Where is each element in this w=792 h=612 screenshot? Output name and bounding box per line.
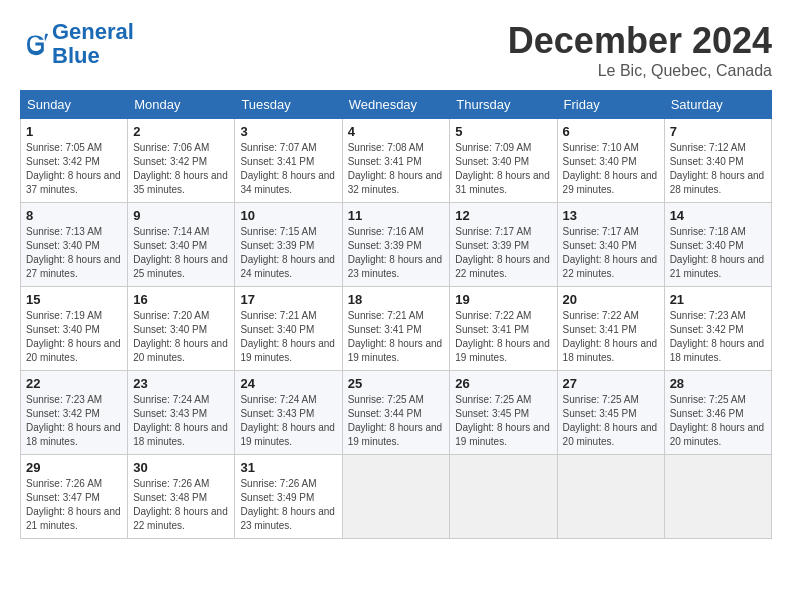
calendar-week-row: 15Sunrise: 7:19 AM Sunset: 3:40 PM Dayli… [21,287,772,371]
day-info: Sunrise: 7:07 AM Sunset: 3:41 PM Dayligh… [240,141,336,197]
day-number: 9 [133,208,229,223]
calendar-cell: 27Sunrise: 7:25 AM Sunset: 3:45 PM Dayli… [557,371,664,455]
calendar-cell: 6Sunrise: 7:10 AM Sunset: 3:40 PM Daylig… [557,119,664,203]
day-info: Sunrise: 7:17 AM Sunset: 3:39 PM Dayligh… [455,225,551,281]
logo-text: General Blue [52,20,134,68]
day-number: 8 [26,208,122,223]
day-info: Sunrise: 7:25 AM Sunset: 3:44 PM Dayligh… [348,393,445,449]
day-info: Sunrise: 7:09 AM Sunset: 3:40 PM Dayligh… [455,141,551,197]
day-info: Sunrise: 7:23 AM Sunset: 3:42 PM Dayligh… [26,393,122,449]
day-info: Sunrise: 7:15 AM Sunset: 3:39 PM Dayligh… [240,225,336,281]
day-info: Sunrise: 7:17 AM Sunset: 3:40 PM Dayligh… [563,225,659,281]
calendar-cell [557,455,664,539]
day-info: Sunrise: 7:08 AM Sunset: 3:41 PM Dayligh… [348,141,445,197]
day-number: 2 [133,124,229,139]
calendar-cell: 9Sunrise: 7:14 AM Sunset: 3:40 PM Daylig… [128,203,235,287]
day-info: Sunrise: 7:26 AM Sunset: 3:47 PM Dayligh… [26,477,122,533]
calendar-cell: 12Sunrise: 7:17 AM Sunset: 3:39 PM Dayli… [450,203,557,287]
calendar-cell [664,455,771,539]
day-number: 17 [240,292,336,307]
day-info: Sunrise: 7:05 AM Sunset: 3:42 PM Dayligh… [26,141,122,197]
calendar-cell: 4Sunrise: 7:08 AM Sunset: 3:41 PM Daylig… [342,119,450,203]
page-header: General Blue December 2024 Le Bic, Quebe… [20,20,772,80]
day-number: 24 [240,376,336,391]
calendar-cell: 2Sunrise: 7:06 AM Sunset: 3:42 PM Daylig… [128,119,235,203]
day-number: 14 [670,208,766,223]
calendar-cell: 29Sunrise: 7:26 AM Sunset: 3:47 PM Dayli… [21,455,128,539]
day-info: Sunrise: 7:14 AM Sunset: 3:40 PM Dayligh… [133,225,229,281]
column-header-tuesday: Tuesday [235,91,342,119]
calendar-subtitle: Le Bic, Quebec, Canada [508,62,772,80]
day-number: 27 [563,376,659,391]
day-number: 23 [133,376,229,391]
day-number: 20 [563,292,659,307]
calendar-cell: 21Sunrise: 7:23 AM Sunset: 3:42 PM Dayli… [664,287,771,371]
calendar-cell: 15Sunrise: 7:19 AM Sunset: 3:40 PM Dayli… [21,287,128,371]
title-area: December 2024 Le Bic, Quebec, Canada [508,20,772,80]
day-info: Sunrise: 7:20 AM Sunset: 3:40 PM Dayligh… [133,309,229,365]
calendar-title: December 2024 [508,20,772,62]
day-info: Sunrise: 7:12 AM Sunset: 3:40 PM Dayligh… [670,141,766,197]
calendar-cell: 30Sunrise: 7:26 AM Sunset: 3:48 PM Dayli… [128,455,235,539]
day-number: 1 [26,124,122,139]
calendar-cell: 20Sunrise: 7:22 AM Sunset: 3:41 PM Dayli… [557,287,664,371]
day-number: 7 [670,124,766,139]
day-number: 3 [240,124,336,139]
calendar-cell [450,455,557,539]
calendar-cell: 7Sunrise: 7:12 AM Sunset: 3:40 PM Daylig… [664,119,771,203]
calendar-header-row: SundayMondayTuesdayWednesdayThursdayFrid… [21,91,772,119]
day-info: Sunrise: 7:22 AM Sunset: 3:41 PM Dayligh… [455,309,551,365]
calendar-cell: 22Sunrise: 7:23 AM Sunset: 3:42 PM Dayli… [21,371,128,455]
calendar-cell: 24Sunrise: 7:24 AM Sunset: 3:43 PM Dayli… [235,371,342,455]
day-info: Sunrise: 7:19 AM Sunset: 3:40 PM Dayligh… [26,309,122,365]
calendar-week-row: 22Sunrise: 7:23 AM Sunset: 3:42 PM Dayli… [21,371,772,455]
calendar-cell: 26Sunrise: 7:25 AM Sunset: 3:45 PM Dayli… [450,371,557,455]
day-number: 6 [563,124,659,139]
day-number: 13 [563,208,659,223]
day-number: 22 [26,376,122,391]
day-number: 15 [26,292,122,307]
day-info: Sunrise: 7:24 AM Sunset: 3:43 PM Dayligh… [133,393,229,449]
day-info: Sunrise: 7:23 AM Sunset: 3:42 PM Dayligh… [670,309,766,365]
day-info: Sunrise: 7:06 AM Sunset: 3:42 PM Dayligh… [133,141,229,197]
day-number: 18 [348,292,445,307]
logo-icon [20,30,48,58]
calendar-body: 1Sunrise: 7:05 AM Sunset: 3:42 PM Daylig… [21,119,772,539]
day-info: Sunrise: 7:16 AM Sunset: 3:39 PM Dayligh… [348,225,445,281]
column-header-wednesday: Wednesday [342,91,450,119]
day-info: Sunrise: 7:21 AM Sunset: 3:41 PM Dayligh… [348,309,445,365]
day-info: Sunrise: 7:18 AM Sunset: 3:40 PM Dayligh… [670,225,766,281]
day-info: Sunrise: 7:26 AM Sunset: 3:49 PM Dayligh… [240,477,336,533]
calendar-week-row: 8Sunrise: 7:13 AM Sunset: 3:40 PM Daylig… [21,203,772,287]
day-info: Sunrise: 7:21 AM Sunset: 3:40 PM Dayligh… [240,309,336,365]
day-number: 16 [133,292,229,307]
calendar-cell: 19Sunrise: 7:22 AM Sunset: 3:41 PM Dayli… [450,287,557,371]
calendar-cell: 17Sunrise: 7:21 AM Sunset: 3:40 PM Dayli… [235,287,342,371]
day-info: Sunrise: 7:13 AM Sunset: 3:40 PM Dayligh… [26,225,122,281]
day-number: 11 [348,208,445,223]
day-number: 5 [455,124,551,139]
calendar-cell: 10Sunrise: 7:15 AM Sunset: 3:39 PM Dayli… [235,203,342,287]
day-info: Sunrise: 7:24 AM Sunset: 3:43 PM Dayligh… [240,393,336,449]
day-number: 12 [455,208,551,223]
calendar-cell [342,455,450,539]
calendar-cell: 16Sunrise: 7:20 AM Sunset: 3:40 PM Dayli… [128,287,235,371]
calendar-week-row: 1Sunrise: 7:05 AM Sunset: 3:42 PM Daylig… [21,119,772,203]
calendar-cell: 25Sunrise: 7:25 AM Sunset: 3:44 PM Dayli… [342,371,450,455]
calendar-table: SundayMondayTuesdayWednesdayThursdayFrid… [20,90,772,539]
calendar-cell: 1Sunrise: 7:05 AM Sunset: 3:42 PM Daylig… [21,119,128,203]
day-info: Sunrise: 7:22 AM Sunset: 3:41 PM Dayligh… [563,309,659,365]
calendar-cell: 11Sunrise: 7:16 AM Sunset: 3:39 PM Dayli… [342,203,450,287]
calendar-cell: 5Sunrise: 7:09 AM Sunset: 3:40 PM Daylig… [450,119,557,203]
day-number: 29 [26,460,122,475]
calendar-cell: 14Sunrise: 7:18 AM Sunset: 3:40 PM Dayli… [664,203,771,287]
day-info: Sunrise: 7:26 AM Sunset: 3:48 PM Dayligh… [133,477,229,533]
day-number: 21 [670,292,766,307]
day-number: 10 [240,208,336,223]
day-number: 19 [455,292,551,307]
calendar-cell: 3Sunrise: 7:07 AM Sunset: 3:41 PM Daylig… [235,119,342,203]
day-info: Sunrise: 7:25 AM Sunset: 3:46 PM Dayligh… [670,393,766,449]
calendar-week-row: 29Sunrise: 7:26 AM Sunset: 3:47 PM Dayli… [21,455,772,539]
column-header-monday: Monday [128,91,235,119]
calendar-cell: 13Sunrise: 7:17 AM Sunset: 3:40 PM Dayli… [557,203,664,287]
